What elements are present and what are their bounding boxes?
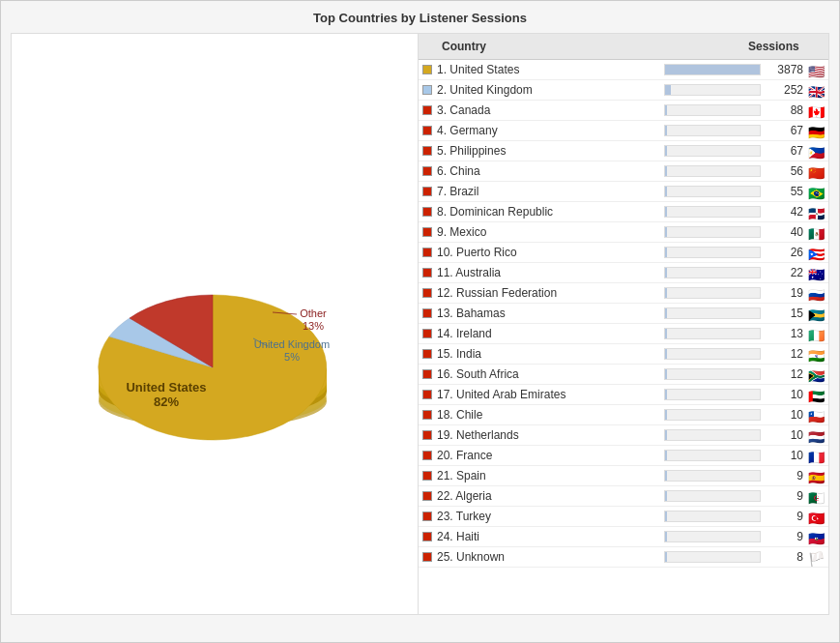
row-bar-container xyxy=(664,84,761,96)
row-color-indicator xyxy=(422,430,432,440)
row-flag: 🇿🇦 xyxy=(807,368,825,380)
row-bar-fill xyxy=(665,268,667,278)
uk-label: United Kingdom xyxy=(254,338,330,350)
row-country-name: 6. China xyxy=(437,164,664,178)
row-country-name: 10. Puerto Rico xyxy=(437,246,664,259)
row-bar-container xyxy=(664,429,761,441)
table-row: 17. United Arab Emirates10🇦🇪 xyxy=(419,385,828,405)
row-flag: 🇲🇽 xyxy=(807,226,825,238)
row-bar-container xyxy=(664,287,761,299)
row-bar-container xyxy=(664,267,761,278)
row-session-count: 26 xyxy=(765,246,803,259)
svg-text:5%: 5% xyxy=(284,351,300,363)
row-country-name: 14. Ireland xyxy=(437,327,664,340)
row-bar-container xyxy=(664,247,761,258)
table-row: 19. Netherlands10🇳🇱 xyxy=(419,425,828,446)
pie-chart-area: United States 82% United Kingdom 5% Othe… xyxy=(12,34,418,614)
table-row: 8. Dominican Republic42🇩🇴 xyxy=(419,202,828,222)
row-flag: 🇮🇪 xyxy=(807,328,825,339)
row-bar-container xyxy=(664,328,761,339)
row-bar-fill xyxy=(665,288,667,298)
row-session-count: 40 xyxy=(765,225,803,239)
table-row: 9. Mexico40🇲🇽 xyxy=(419,222,828,243)
row-bar-fill xyxy=(665,105,667,115)
row-flag: 🇺🇸 xyxy=(807,64,825,75)
row-color-indicator xyxy=(422,85,432,95)
row-bar-fill xyxy=(665,532,667,541)
row-bar-fill xyxy=(665,187,667,196)
row-country-name: 11. Australia xyxy=(437,266,664,279)
table-row: 22. Algeria9🇩🇿 xyxy=(419,486,828,507)
row-color-indicator xyxy=(422,329,432,338)
row-bar-container xyxy=(664,409,761,421)
row-country-name: 15. India xyxy=(437,347,664,361)
table-row: 4. Germany67🇩🇪 xyxy=(419,121,828,141)
svg-text:13%: 13% xyxy=(303,320,324,332)
row-bar-container xyxy=(664,104,761,116)
table-area: Country Sessions 1. United States3878🇺🇸2… xyxy=(418,34,828,614)
table-body: 1. United States3878🇺🇸2. United Kingdom2… xyxy=(419,60,828,568)
row-flag: 🏳️ xyxy=(807,551,825,563)
row-color-indicator xyxy=(422,207,432,217)
table-row: 6. China56🇨🇳 xyxy=(419,161,828,182)
table-row: 21. Spain9🇪🇸 xyxy=(419,466,828,486)
row-color-indicator xyxy=(422,288,432,298)
row-bar-container xyxy=(664,389,761,400)
bar-header xyxy=(652,40,748,53)
row-color-indicator xyxy=(422,248,432,257)
row-flag: 🇨🇦 xyxy=(807,104,825,116)
row-flag: 🇬🇧 xyxy=(807,84,825,96)
row-bar-fill xyxy=(665,491,667,501)
row-flag: 🇩🇴 xyxy=(807,206,825,218)
table-row: 10. Puerto Rico26🇵🇷 xyxy=(419,243,828,263)
table-row: 16. South Africa12🇿🇦 xyxy=(419,365,828,385)
row-color-indicator xyxy=(422,268,432,278)
row-flag: 🇪🇸 xyxy=(807,470,825,482)
row-bar-fill xyxy=(665,207,667,217)
main-container: Top Countries by Listener Sessions xyxy=(0,0,840,643)
row-bar-container xyxy=(664,145,761,157)
row-bar-fill xyxy=(665,126,667,135)
row-session-count: 22 xyxy=(765,266,803,279)
row-flag: 🇧🇷 xyxy=(807,186,825,197)
row-flag: 🇹🇷 xyxy=(807,511,825,522)
row-color-indicator xyxy=(422,491,432,501)
svg-text:82%: 82% xyxy=(154,395,179,409)
row-bar-fill xyxy=(665,308,667,318)
row-session-count: 10 xyxy=(765,428,803,442)
table-row: 13. Bahamas15🇧🇸 xyxy=(419,304,828,324)
row-bar-container xyxy=(664,368,761,380)
table-row: 14. Ireland13🇮🇪 xyxy=(419,324,828,344)
row-session-count: 252 xyxy=(765,83,803,97)
row-bar-container xyxy=(664,490,761,502)
row-bar-container xyxy=(664,206,761,218)
row-session-count: 55 xyxy=(765,185,803,198)
row-session-count: 13 xyxy=(765,327,803,340)
row-bar-fill xyxy=(665,65,760,74)
row-bar-container xyxy=(664,470,761,482)
row-flag: 🇭🇹 xyxy=(807,531,825,542)
row-session-count: 3878 xyxy=(765,63,803,76)
row-color-indicator xyxy=(422,390,432,399)
row-country-name: 25. Unknown xyxy=(437,550,664,564)
row-color-indicator xyxy=(422,187,432,196)
content-area: United States 82% United Kingdom 5% Othe… xyxy=(11,33,829,615)
table-row: 24. Haiti9🇭🇹 xyxy=(419,527,828,547)
row-flag: 🇧🇸 xyxy=(807,307,825,319)
row-country-name: 24. Haiti xyxy=(437,530,664,543)
row-bar-fill xyxy=(665,85,671,95)
row-color-indicator xyxy=(422,349,432,359)
row-color-indicator xyxy=(422,471,432,481)
row-country-name: 4. Germany xyxy=(437,124,664,137)
row-country-name: 18. Chile xyxy=(437,408,664,422)
row-flag: 🇨🇳 xyxy=(807,165,825,177)
row-bar-fill xyxy=(665,511,667,521)
row-color-indicator xyxy=(422,532,432,541)
table-row: 5. Philippines67🇵🇭 xyxy=(419,141,828,161)
table-row: 23. Turkey9🇹🇷 xyxy=(419,507,828,527)
table-row: 2. United Kingdom252🇬🇧 xyxy=(419,80,828,101)
row-country-name: 9. Mexico xyxy=(437,225,664,239)
row-session-count: 12 xyxy=(765,347,803,361)
row-session-count: 42 xyxy=(765,205,803,219)
row-bar-fill xyxy=(665,349,667,359)
